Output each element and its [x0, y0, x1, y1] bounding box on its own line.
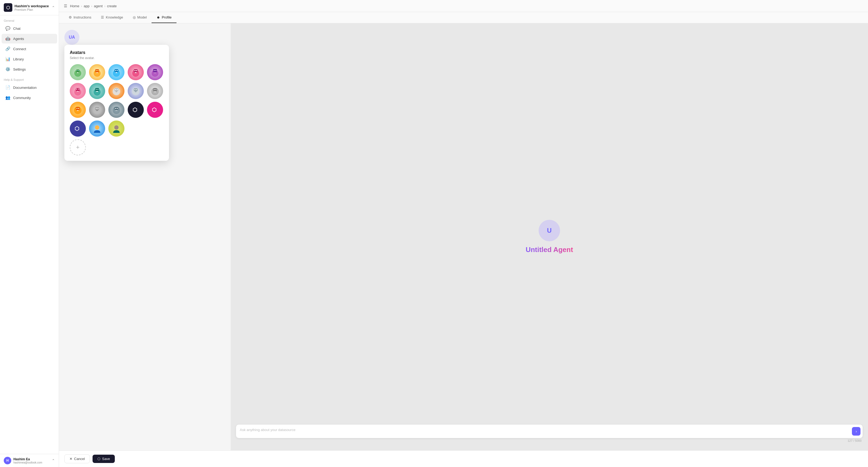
tab-instructions[interactable]: ⚙ Instructions [64, 12, 96, 23]
sidebar-item-documentation[interactable]: 📄 Documentation [2, 83, 57, 92]
breadcrumb-home[interactable]: Home [70, 4, 80, 8]
sidebar-item-connect[interactable]: 🔗 Connect [2, 44, 57, 54]
svg-point-57 [96, 108, 97, 109]
svg-point-42 [134, 89, 135, 90]
tab-knowledge[interactable]: ☰ Knowledge [96, 12, 128, 23]
svg-point-58 [97, 108, 98, 109]
tab-bar: ⚙ Instructions ☰ Knowledge ◎ Model ☻ Pro… [59, 12, 868, 23]
avatar-item-16[interactable]: ⬡ [70, 120, 86, 137]
tab-instructions-label: Instructions [73, 15, 91, 19]
breadcrumb-create[interactable]: create [107, 4, 117, 8]
sidebar-item-agents[interactable]: 🤖 Agents [2, 34, 57, 43]
avatar-item-11[interactable] [70, 102, 86, 118]
sidebar-item-documentation-label: Documentation [13, 86, 36, 90]
save-label: Save [102, 457, 110, 461]
avatar-popup: Avatars Select the avatar. [64, 45, 169, 161]
breadcrumb-sep-2: › [91, 4, 92, 8]
breadcrumb-agent[interactable]: agent [94, 4, 103, 8]
avatar-item-12[interactable] [89, 102, 105, 118]
instructions-icon: ⚙ [69, 15, 72, 19]
agents-icon: 🤖 [5, 36, 10, 41]
svg-point-63 [117, 108, 118, 109]
avatar-item-14[interactable]: ⬡ [128, 102, 144, 118]
avatar-item-13[interactable] [108, 102, 124, 118]
svg-rect-49 [154, 91, 156, 92]
svg-point-38 [117, 89, 118, 90]
preview-agent-name: Untitled Agent [526, 245, 573, 254]
svg-rect-54 [77, 110, 79, 111]
svg-rect-34 [96, 91, 98, 92]
svg-point-23 [155, 70, 156, 71]
community-icon: 👥 [5, 95, 10, 100]
avatar-item-9[interactable] [128, 83, 144, 99]
user-profile-bar[interactable]: H Hashim Ea hashimea@outlook.com ⌃ [0, 454, 59, 467]
svg-text:⬡: ⬡ [152, 107, 156, 113]
avatar-item-1[interactable] [70, 64, 86, 80]
sidebar-item-community-label: Community [13, 96, 31, 100]
avatar-add-button[interactable]: + [70, 139, 86, 155]
svg-point-52 [76, 108, 78, 109]
footer-bar: ✕ Cancel ⬡ Save [59, 450, 868, 467]
main-content: ☰ Home › app › agent › create ⚙ Instruct… [59, 0, 868, 467]
preview-chat-input-area: Ask anything about your datasource › 127… [236, 425, 863, 442]
breadcrumb: ☰ Home › app › agent › create [59, 0, 868, 12]
avatar-item-4[interactable] [128, 64, 144, 80]
svg-text:⬡: ⬡ [132, 107, 137, 113]
tab-model[interactable]: ◎ Model [128, 12, 152, 23]
cancel-button[interactable]: ✕ Cancel [64, 455, 90, 463]
chat-send-button[interactable]: › [852, 427, 861, 436]
user-info: Hashim Ea hashimea@outlook.com [13, 457, 50, 464]
svg-rect-14 [116, 72, 117, 73]
documentation-icon: 📄 [5, 85, 10, 90]
sidebar-toggle-icon[interactable]: ☰ [64, 4, 67, 8]
sidebar-item-settings[interactable]: ⚙️ Settings [2, 64, 57, 74]
avatar-grid: ⬡ ⬡ ⬡ [70, 64, 164, 137]
avatar-item-8[interactable] [108, 83, 124, 99]
model-icon: ◎ [133, 15, 136, 19]
profile-icon: ☻ [156, 15, 160, 19]
preview-avatar: U [538, 220, 560, 241]
avatar-item-7[interactable] [89, 83, 105, 99]
svg-point-43 [136, 89, 137, 90]
user-avatar: H [4, 457, 11, 464]
connect-icon: 🔗 [5, 47, 10, 51]
avatar-trigger-button[interactable]: UA [64, 30, 80, 45]
char-count: 127 / 5000 [236, 439, 863, 442]
svg-rect-44 [135, 91, 136, 92]
general-section-label: General [0, 15, 59, 23]
workspace-plan: Premium Plan [14, 8, 52, 11]
workspace-header[interactable]: ⬡ Hashim's workspace Premium Plan ⌃ [0, 0, 59, 15]
avatar-item-5[interactable] [147, 64, 163, 80]
save-icon: ⬡ [97, 457, 100, 461]
avatar-item-2[interactable] [89, 64, 105, 80]
svg-point-62 [115, 108, 116, 109]
settings-icon: ⚙️ [5, 67, 10, 72]
sidebar-item-library[interactable]: 📊 Library [2, 54, 57, 64]
svg-rect-4 [77, 72, 78, 73]
avatar-item-15[interactable]: ⬡ [147, 102, 163, 118]
save-button[interactable]: ⬡ Save [93, 455, 115, 463]
content-area: UA Avatars Select the avatar. [59, 23, 868, 450]
svg-point-47 [154, 89, 155, 90]
svg-point-22 [154, 70, 155, 71]
avatar-item-10[interactable] [147, 83, 163, 99]
avatar-item-18[interactable] [108, 120, 124, 137]
avatar-item-6[interactable] [70, 83, 86, 99]
tab-profile[interactable]: ☻ Profile [152, 12, 177, 23]
sidebar-item-community[interactable]: 👥 Community [2, 93, 57, 103]
svg-point-7 [96, 70, 97, 71]
workspace-name: Hashim's workspace [14, 4, 52, 8]
svg-point-3 [78, 70, 79, 71]
user-email: hashimea@outlook.com [13, 461, 50, 464]
avatar-popup-title: Avatars [70, 50, 164, 55]
breadcrumb-app[interactable]: app [84, 4, 90, 8]
sidebar-item-agents-label: Agents [13, 37, 24, 41]
sidebar-item-chat[interactable]: 💬 Chat [2, 24, 57, 33]
workspace-info: Hashim's workspace Premium Plan [14, 4, 52, 11]
avatar-item-17[interactable] [89, 120, 105, 137]
library-icon: 📊 [5, 57, 10, 61]
avatar-item-3[interactable] [108, 64, 124, 80]
chat-icon: 💬 [5, 26, 10, 31]
workspace-logo: ⬡ [4, 3, 12, 12]
svg-rect-19 [135, 72, 136, 73]
